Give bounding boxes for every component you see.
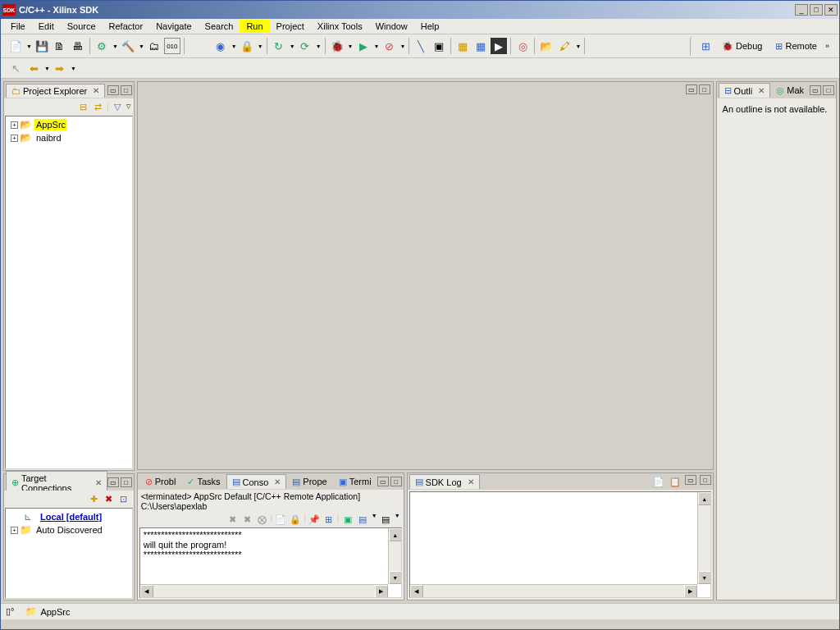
add-connection-button[interactable]: ✚ bbox=[88, 492, 101, 505]
pin-button[interactable]: 📌 bbox=[308, 513, 321, 526]
menu-edit[interactable]: Edit bbox=[32, 20, 61, 33]
new-button[interactable]: 📄 bbox=[7, 38, 24, 54]
tree-label-naibrd[interactable]: naibrd bbox=[34, 132, 63, 144]
back-button[interactable]: ⬅ bbox=[25, 60, 42, 76]
tasks-tab[interactable]: ✓ Tasks bbox=[181, 474, 226, 490]
filter-button[interactable]: ▽ bbox=[111, 100, 124, 113]
terminate-button[interactable]: ✖ bbox=[226, 513, 239, 526]
save-button[interactable]: 💾 bbox=[34, 38, 50, 54]
build-all-button[interactable]: 010 bbox=[164, 38, 180, 54]
maximize-panel-button[interactable]: □ bbox=[121, 477, 132, 487]
dropdown-arrow-icon[interactable]: ▼ bbox=[374, 43, 380, 49]
new-console-button[interactable]: ▤ bbox=[356, 513, 369, 526]
console-tab[interactable]: ▤ Conso ✕ bbox=[226, 474, 287, 489]
target-connections-tree[interactable]: ⊾ Local [default] + 📁 Auto Discovered bbox=[5, 508, 133, 599]
scroll-right-button[interactable]: ▶ bbox=[684, 585, 697, 598]
close-tab-icon[interactable]: ✕ bbox=[468, 477, 474, 486]
sdk-log-tab[interactable]: ▤ SDK Log ✕ bbox=[409, 474, 480, 489]
project-explorer-tab[interactable]: 🗀 Project Explorer ✕ bbox=[6, 84, 105, 98]
monitor-button[interactable]: ▶ bbox=[491, 38, 507, 54]
menu-search[interactable]: Search bbox=[199, 20, 240, 33]
horizontal-scrollbar[interactable]: ◀ ▶ bbox=[410, 584, 697, 597]
run-last-button[interactable]: ⊘ bbox=[381, 38, 397, 54]
dropdown-arrow-icon[interactable]: ▼ bbox=[372, 513, 377, 526]
cursor-button[interactable]: ↖ bbox=[7, 60, 24, 76]
dropdown-arrow-icon[interactable]: ▼ bbox=[399, 43, 405, 49]
scroll-left-button[interactable]: ◀ bbox=[140, 585, 153, 598]
close-tab-icon[interactable]: ✕ bbox=[758, 86, 765, 95]
menu-refactor[interactable]: Refactor bbox=[103, 20, 150, 33]
vertical-scrollbar[interactable]: ▲ ▼ bbox=[697, 492, 710, 584]
link-editor-button[interactable]: ⇄ bbox=[92, 100, 105, 113]
camera-button[interactable]: ◉ bbox=[212, 38, 229, 54]
dropdown-arrow-icon[interactable]: ▼ bbox=[258, 43, 263, 49]
build-button[interactable]: 🔨 bbox=[120, 38, 136, 54]
expand-icon[interactable]: + bbox=[11, 527, 18, 534]
menu-source[interactable]: Source bbox=[61, 20, 103, 33]
project-explorer-tree[interactable]: + 📂 AppSrc + 📂 naibrd bbox=[5, 116, 133, 469]
close-button[interactable]: ✕ bbox=[824, 4, 838, 16]
horizontal-scrollbar[interactable]: ◀ ▶ bbox=[140, 584, 388, 597]
forward-button[interactable]: ➡ bbox=[52, 60, 68, 76]
print-button[interactable]: 🖶 bbox=[70, 38, 86, 54]
open-console-button[interactable]: ▣ bbox=[341, 513, 354, 526]
menu-file[interactable]: File bbox=[4, 20, 32, 33]
remove-button[interactable]: ✖ bbox=[240, 513, 253, 526]
status-context[interactable]: 📁 AppSrc bbox=[25, 606, 70, 617]
minimize-panel-button[interactable]: ▭ bbox=[686, 84, 697, 94]
make-tab[interactable]: ◎ Mak bbox=[770, 83, 810, 98]
menu-navigate[interactable]: Navigate bbox=[149, 20, 198, 33]
tree-item-appsrc[interactable]: + 📂 AppSrc bbox=[7, 118, 130, 131]
open-perspective-button[interactable]: ⊞ bbox=[697, 38, 714, 54]
sdk-button[interactable]: ⚙ bbox=[94, 38, 110, 54]
minimize-panel-button[interactable]: ▭ bbox=[107, 477, 119, 487]
tree-label-local[interactable]: Local [default] bbox=[39, 511, 103, 523]
scroll-lock-button[interactable]: 🔒 bbox=[289, 513, 302, 526]
properties-tab[interactable]: ▤ Prope bbox=[286, 474, 332, 490]
remove-connection-button[interactable]: ✖ bbox=[103, 492, 116, 505]
clear-log-button[interactable]: 📄 bbox=[652, 475, 665, 488]
folder-open-button[interactable]: 📂 bbox=[538, 38, 555, 54]
chip-button[interactable]: ▦ bbox=[454, 38, 471, 54]
debug-bug-button[interactable]: 🐞 bbox=[329, 38, 345, 54]
sdk-log-output[interactable]: ▲ ▼ ◀ ▶ bbox=[409, 491, 711, 598]
maximize-panel-button[interactable]: □ bbox=[699, 84, 710, 94]
scroll-down-button[interactable]: ▼ bbox=[389, 571, 402, 584]
dropdown-arrow-icon[interactable]: ▼ bbox=[395, 513, 400, 526]
tree-label-auto[interactable]: Auto Discovered bbox=[34, 524, 104, 536]
chip2-button[interactable]: ▦ bbox=[472, 38, 489, 54]
more-perspectives-icon[interactable]: » bbox=[825, 42, 829, 50]
collapse-all-button[interactable]: ⊟ bbox=[77, 100, 90, 113]
marker-button[interactable]: 🖍 bbox=[556, 38, 573, 54]
menu-run[interactable]: Run bbox=[240, 20, 269, 33]
lock-button[interactable]: 🔒 bbox=[239, 38, 255, 54]
menu-help[interactable]: Help bbox=[414, 20, 446, 33]
clear-console-button[interactable]: 📄 bbox=[274, 513, 287, 526]
minimize-button[interactable]: _ bbox=[795, 4, 808, 16]
expand-icon[interactable]: + bbox=[11, 121, 18, 129]
remote-perspective-button[interactable]: ⊞ Remote bbox=[770, 39, 822, 53]
display-button[interactable]: ⊞ bbox=[322, 513, 336, 526]
edit-connection-button[interactable]: ⊡ bbox=[117, 492, 130, 505]
tree-item-local[interactable]: ⊾ Local [default] bbox=[7, 510, 130, 523]
problems-tab[interactable]: ⊘ Probl bbox=[139, 474, 182, 490]
expand-icon[interactable]: + bbox=[11, 135, 18, 142]
dropdown-arrow-icon[interactable]: ▼ bbox=[26, 43, 32, 49]
dropdown-arrow-icon[interactable]: ▼ bbox=[290, 43, 295, 49]
menu-xilinx-tools[interactable]: Xilinx Tools bbox=[311, 20, 369, 33]
tree-item-naibrd[interactable]: + 📂 naibrd bbox=[7, 131, 130, 144]
minimize-panel-button[interactable]: ▭ bbox=[810, 85, 821, 95]
minimize-panel-button[interactable]: ▭ bbox=[377, 477, 389, 486]
maximize-panel-button[interactable]: □ bbox=[390, 477, 402, 486]
dropdown-arrow-icon[interactable]: ▼ bbox=[139, 43, 144, 49]
tree-item-auto-discovered[interactable]: + 📁 Auto Discovered bbox=[7, 523, 130, 536]
dropdown-arrow-icon[interactable]: ▼ bbox=[575, 43, 581, 49]
maximize-panel-button[interactable]: □ bbox=[121, 85, 132, 95]
outline-tab[interactable]: ⊟ Outli ✕ bbox=[719, 83, 771, 98]
clean-button[interactable]: 🗂 bbox=[146, 38, 162, 54]
close-tab-icon[interactable]: ✕ bbox=[93, 86, 99, 95]
maximize-panel-button[interactable]: □ bbox=[823, 85, 834, 95]
dropdown-arrow-icon[interactable]: ▼ bbox=[44, 66, 50, 71]
dropdown-arrow-icon[interactable]: ▼ bbox=[71, 66, 76, 71]
save-all-button[interactable]: 🗎 bbox=[52, 38, 68, 54]
